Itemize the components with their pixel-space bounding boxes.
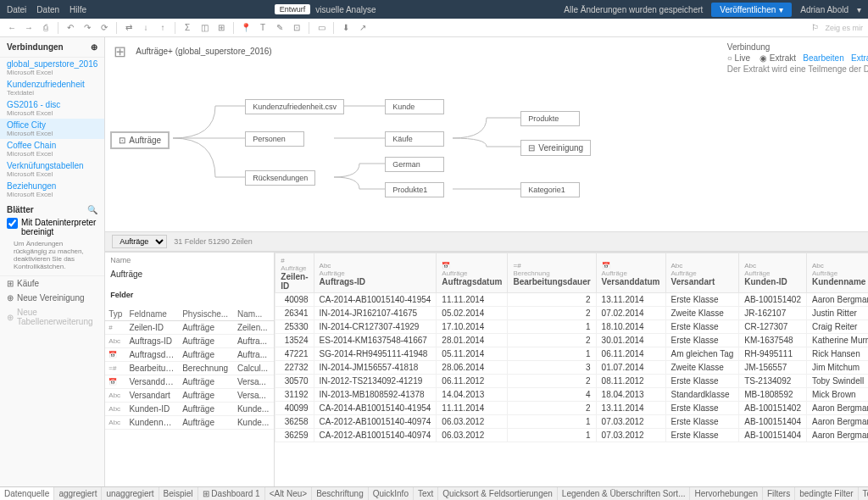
sheet-tab[interactable]: QuickInfo (369, 487, 414, 500)
sheet-tab[interactable]: Top 10 (859, 487, 868, 500)
table-row[interactable]: 25330IN-2014-CR127307-4192917.10.2014118… (275, 320, 868, 334)
format-icon[interactable]: ✎ (273, 21, 287, 35)
column-header[interactable]: AbcAufträgeKunden-ID (739, 253, 807, 293)
join-canvas[interactable]: ⊡Aufträge Kundenzufriedenheit.csv Person… (105, 79, 868, 231)
highlight-icon[interactable]: ◫ (198, 21, 211, 35)
field-row[interactable]: AbcVersandartAufträgeVersa... (105, 389, 274, 403)
connection-item[interactable]: VerknüfungstabellenMicrosoft Excel (0, 159, 104, 180)
label-icon[interactable]: T (256, 21, 270, 35)
sheet-tab[interactable]: bedingte Filter (795, 487, 858, 500)
extract-radio[interactable]: ◉ Extrakt (760, 53, 796, 63)
field-row[interactable]: 📅AuftragsdatumAufträgeAuftra... (105, 348, 274, 362)
field-row[interactable]: AbcKundennameAufträgeKunde... (105, 416, 274, 430)
sheet-tab[interactable]: Text (414, 487, 438, 500)
table-row[interactable]: 40099CA-2014-AB10015140-4195411.11.20142… (275, 402, 868, 415)
col-fieldname[interactable]: Feldname (125, 308, 179, 321)
table-row[interactable]: 40098CA-2014-AB10015140-4195411.11.20142… (275, 293, 868, 307)
table-row[interactable]: 36258CA-2012-AB10015140-4097406.03.20121… (275, 415, 868, 429)
data-interpreter-checkbox[interactable] (7, 218, 18, 229)
node-produkte[interactable]: Produkte (520, 111, 580, 126)
download-icon[interactable]: ⬇ (339, 21, 353, 35)
new-union-button[interactable]: ⊕Neue Vereinigung (0, 291, 104, 305)
connection-item[interactable]: KundenzufriedenheitTextdatei (0, 78, 104, 98)
table-row[interactable]: 47221SG-2014-RH9495111-4194805.11.201410… (275, 347, 868, 361)
connection-item[interactable]: Coffee ChainMicrosoft Excel (0, 139, 104, 159)
menu-data[interactable]: Daten (36, 5, 59, 14)
undo-icon[interactable]: ↶ (64, 21, 77, 35)
menu-file[interactable]: Datei (7, 5, 26, 14)
node-german[interactable]: German (385, 157, 444, 172)
table-select[interactable]: Aufträge (112, 235, 167, 248)
table-row[interactable]: 36259CA-2012-AB10015140-4097406.03.20121… (275, 429, 868, 442)
node-root[interactable]: ⊡Aufträge (110, 131, 170, 149)
new-table-extension-button[interactable]: ⊕Neue Tabellenerweiterung (0, 305, 104, 329)
back-icon[interactable]: ← (5, 21, 19, 35)
fit-icon[interactable]: ⊡ (290, 21, 303, 35)
share-icon[interactable]: ↗ (356, 21, 370, 35)
live-radio[interactable]: ○ Live (727, 53, 750, 63)
connection-item[interactable]: BeziehungenMicrosoft Excel (0, 180, 104, 200)
sort-desc-icon[interactable]: ↑ (156, 21, 170, 35)
sort-asc-icon[interactable]: ↓ (139, 21, 153, 35)
sheet-tab[interactable]: Legenden & Überschriften Sort... (558, 487, 691, 500)
col-type[interactable]: Typ (105, 308, 125, 321)
column-header[interactable]: 📅AufträgeAuftragsdatum (437, 253, 508, 293)
node-kaeufe[interactable]: Käufe (385, 131, 444, 147)
table-row[interactable]: 30570IN-2012-TS2134092-4121906.11.201220… (275, 375, 868, 388)
sheet-tab[interactable]: Datenquelle (0, 487, 54, 500)
connection-item[interactable]: Office CityMicrosoft Excel (0, 119, 104, 139)
edit-extract-link[interactable]: Bearbeiten (803, 53, 843, 63)
node-kunde[interactable]: Kunde (385, 99, 444, 114)
sheet-item[interactable]: ⊞Käufe (0, 276, 104, 291)
field-row[interactable]: AbcKunden-IDAufträgeKunde... (105, 403, 274, 416)
column-header[interactable]: #AufträgeZeilen-ID (275, 253, 314, 293)
swap-icon[interactable]: ⇄ (122, 21, 136, 35)
node-verein[interactable]: ⊟Vereinigung (520, 140, 591, 156)
field-row[interactable]: 📅VersanddatumAufträgeVersa... (105, 375, 274, 389)
node-personen[interactable]: Personen (245, 131, 304, 147)
node-rueck[interactable]: Rücksendungen (245, 170, 315, 186)
column-header[interactable]: 📅AufträgeVersanddatum (596, 253, 665, 293)
pin-icon[interactable]: 📍 (239, 21, 253, 35)
column-header[interactable]: AbcAufträgeAuftrags-ID (314, 253, 437, 293)
sheet-tab[interactable]: unaggregiert (102, 487, 159, 500)
connection-item[interactable]: global_superstore_2016Microsoft Excel (0, 58, 104, 78)
node-kundencsv[interactable]: Kundenzufriedenheit.csv (245, 99, 344, 114)
column-header[interactable]: AbcAufträgeVersandart (665, 253, 739, 293)
forward-icon[interactable]: → (22, 21, 36, 35)
group-icon[interactable]: ⊞ (214, 21, 228, 35)
refresh-icon[interactable]: ⟳ (97, 21, 111, 35)
sheet-tab[interactable]: aggregiert (54, 487, 102, 500)
table-row[interactable]: 31192IN-2013-MB1808592-4137814.04.201341… (275, 388, 868, 402)
sheet-tab[interactable]: Hervorhebungen (690, 487, 763, 500)
column-header[interactable]: =#BerechnungBearbeitungsdauer (508, 253, 596, 293)
add-connection-icon[interactable]: ⊕ (91, 42, 97, 52)
node-kategorie1[interactable]: Kategorie1 (520, 182, 580, 197)
show-me-button[interactable]: Zeig es mir (825, 24, 863, 32)
user-name[interactable]: Adrian Abold (800, 5, 849, 14)
presentation-icon[interactable]: ▭ (314, 21, 328, 35)
search-icon[interactable]: 🔍 (87, 205, 97, 214)
connection-item[interactable]: GS2016 - discMicrosoft Excel (0, 98, 104, 119)
column-header[interactable]: AbcAufträgeKundenname (807, 253, 869, 293)
col-remote[interactable]: Nam... (234, 308, 274, 321)
field-row[interactable]: =#BearbeitungsdauerBerechnungCalcul... (105, 362, 274, 375)
data-grid[interactable]: #AufträgeZeilen-IDAbcAufträgeAuftrags-ID… (275, 253, 868, 486)
field-row[interactable]: AbcAuftrags-IDAufträgeAuftra... (105, 335, 274, 348)
save-icon[interactable]: ⎙ (39, 21, 53, 35)
totals-icon[interactable]: Σ (181, 21, 194, 35)
sheet-tab[interactable]: <Alt Neu> (265, 487, 312, 500)
sheet-tab[interactable]: ⊞ Dashboard 1 (198, 487, 265, 500)
publish-button[interactable]: Veröffentlichen▾ (711, 3, 792, 17)
col-physical[interactable]: Physische... (179, 308, 234, 321)
sheet-tab[interactable]: Filters (763, 487, 795, 500)
logical-table-name[interactable]: Aufträge (105, 268, 274, 281)
create-extract-link[interactable]: Extrakt erstellen (851, 53, 868, 63)
sheet-tab[interactable]: Beschriftung (312, 487, 369, 500)
sheet-tab[interactable]: Beispiel (159, 487, 198, 500)
sheet-tab[interactable]: Quicksort & Feldsortierungen (438, 487, 558, 500)
node-produkte1[interactable]: Produkte1 (385, 182, 444, 197)
redo-icon[interactable]: ↷ (81, 21, 94, 35)
datasource-title[interactable]: Aufträge+ (global_superstore_2016) (114, 42, 271, 59)
table-row[interactable]: 26341IN-2014-JR162107-4167505.02.2014207… (275, 307, 868, 320)
